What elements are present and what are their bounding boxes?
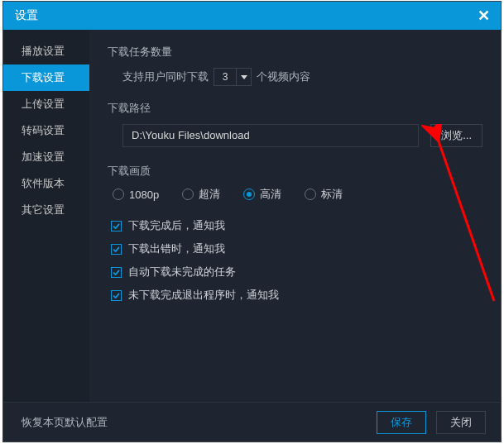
task-count-suffix: 个视频内容: [257, 69, 310, 84]
sidebar-item-2[interactable]: 上传设置: [3, 91, 89, 117]
sidebar-item-5[interactable]: 软件版本: [3, 170, 89, 197]
notify-check-1[interactable]: 下载出错时，通知我: [111, 241, 482, 256]
close-button[interactable]: 关闭: [436, 411, 486, 434]
section-quality-label: 下载画质: [108, 164, 482, 179]
quality-radios: 1080p超清高清标清: [108, 187, 482, 202]
sidebar-item-0[interactable]: 播放设置: [3, 38, 89, 64]
checkbox-icon: [111, 221, 122, 232]
task-count-value: 3: [214, 68, 237, 86]
quality-radio-label: 高清: [260, 187, 281, 202]
checkbox-icon: [111, 290, 122, 301]
radio-dot-icon: [243, 189, 255, 200]
check-label: 未下载完成退出程序时，通知我: [128, 288, 279, 303]
quality-radio-2[interactable]: 高清: [243, 187, 281, 202]
section-task-count-label: 下载任务数量: [108, 45, 482, 60]
sidebar: 播放设置下载设置上传设置转码设置加速设置软件版本其它设置: [3, 30, 89, 402]
notify-check-0[interactable]: 下载完成后，通知我: [111, 218, 482, 233]
quality-radio-label: 1080p: [129, 189, 159, 201]
check-label: 自动下载未完成的任务: [128, 265, 236, 279]
sidebar-item-3[interactable]: 转码设置: [3, 117, 89, 144]
quality-radio-label: 超清: [199, 187, 220, 202]
radio-dot-icon: [113, 189, 124, 200]
notify-check-2[interactable]: 自动下载未完成的任务: [111, 265, 482, 279]
task-count-row: 支持用户同时下载 3 个视频内容: [108, 68, 482, 86]
browse-button[interactable]: 浏览...: [430, 124, 482, 147]
download-path-input[interactable]: D:\Youku Files\download: [122, 124, 419, 147]
task-count-dropdown[interactable]: [237, 68, 252, 86]
save-button[interactable]: 保存: [377, 411, 426, 434]
titlebar: 设置 ✕: [3, 2, 501, 30]
checkbox-icon: [111, 267, 122, 278]
quality-radio-0[interactable]: 1080p: [113, 187, 159, 202]
quality-radio-3[interactable]: 标清: [305, 187, 343, 202]
sidebar-item-6[interactable]: 其它设置: [3, 197, 89, 223]
sidebar-item-4[interactable]: 加速设置: [3, 144, 89, 170]
dialog-title: 设置: [15, 8, 38, 23]
notify-checks: 下载完成后，通知我下载出错时，通知我自动下载未完成的任务未下载完成退出程序时，通…: [108, 218, 482, 303]
radio-dot-icon: [305, 189, 316, 200]
content-panel: 下载任务数量 支持用户同时下载 3 个视频内容 下载路径 D:\Youku Fi…: [89, 30, 501, 402]
restore-defaults-link[interactable]: 恢复本页默认配置: [22, 415, 108, 430]
notify-check-3[interactable]: 未下载完成退出程序时，通知我: [111, 288, 482, 303]
check-label: 下载完成后，通知我: [128, 218, 225, 233]
checkbox-icon: [111, 244, 122, 255]
footer: 恢复本页默认配置 保存 关闭: [3, 402, 501, 442]
close-icon[interactable]: ✕: [474, 7, 492, 25]
quality-radio-label: 标清: [321, 187, 343, 202]
sidebar-item-1[interactable]: 下载设置: [3, 64, 89, 91]
quality-radio-1[interactable]: 超清: [182, 187, 220, 202]
task-count-prefix: 支持用户同时下载: [122, 69, 209, 84]
check-label: 下载出错时，通知我: [128, 241, 225, 256]
section-path-label: 下载路径: [108, 101, 482, 116]
radio-dot-icon: [182, 189, 194, 200]
